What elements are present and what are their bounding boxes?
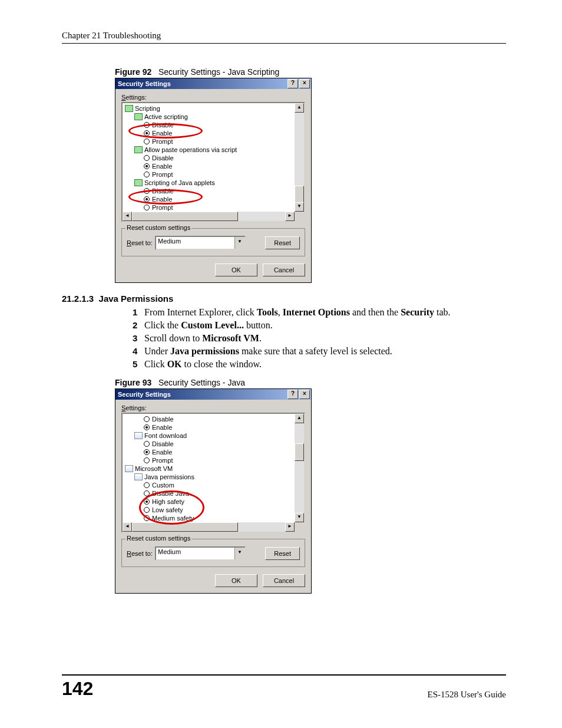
chevron-down-icon[interactable]: ▼ [234, 237, 244, 249]
radio-option[interactable]: Disable Java [125, 489, 194, 498]
step-number: 5 [133, 359, 144, 369]
scroll-right-icon[interactable]: ► [285, 212, 295, 221]
scroll-right-icon[interactable]: ► [285, 522, 295, 532]
tree-group: Font download [125, 431, 194, 440]
chevron-down-icon[interactable]: ▼ [234, 548, 244, 559]
tree-group: Java permissions [125, 473, 194, 481]
groupbox-title: Reset custom settings [125, 535, 191, 542]
radio-option[interactable]: Prompt [125, 170, 237, 179]
radio-icon[interactable] [144, 196, 150, 202]
radio-option[interactable]: Custom [125, 481, 194, 489]
radio-option[interactable]: Prompt [125, 203, 237, 212]
figure-92-title: Security Settings - Java Scripting [158, 67, 279, 77]
scripting-icon [134, 113, 143, 120]
radio-icon[interactable] [144, 507, 150, 513]
settings-tree[interactable]: DisableEnableFont downloadDisableEnableP… [121, 413, 305, 533]
cancel-button[interactable]: Cancel [263, 574, 305, 587]
option-label: Disable [152, 154, 174, 162]
option-label: Custom [152, 481, 174, 489]
step-text: Scroll down to Microsoft VM. [144, 333, 262, 344]
radio-option[interactable]: Medium safety [125, 514, 194, 522]
radio-option[interactable]: Enable [125, 129, 237, 137]
hscroll-thumb[interactable] [132, 522, 238, 532]
radio-option[interactable]: Disable [125, 440, 194, 448]
radio-icon[interactable] [144, 515, 150, 521]
ok-button[interactable]: OK [215, 574, 257, 587]
radio-option[interactable]: Prompt [125, 137, 237, 146]
scroll-thumb[interactable] [295, 186, 304, 203]
scripting-icon [134, 146, 143, 153]
radio-icon[interactable] [144, 188, 150, 194]
guide-name: ES-1528 User's Guide [427, 690, 506, 700]
settings-tree[interactable]: ScriptingActive scriptingDisableEnablePr… [121, 102, 305, 222]
scroll-up-icon[interactable]: ▲ [295, 103, 304, 113]
option-label: Scripting of Java applets [144, 179, 215, 187]
radio-option[interactable]: Low safety [125, 506, 194, 514]
radio-icon[interactable] [144, 490, 150, 496]
radio-icon[interactable] [144, 139, 150, 144]
radio-icon[interactable] [144, 205, 150, 210]
radio-icon[interactable] [144, 457, 150, 463]
close-icon[interactable]: × [299, 79, 310, 88]
radio-option[interactable]: Prompt [125, 456, 194, 465]
radio-option[interactable]: Disable [125, 121, 237, 129]
scroll-left-icon[interactable]: ◄ [123, 212, 132, 221]
reset-to-label: Reset to: [127, 550, 153, 557]
option-label: Scripting [135, 104, 160, 113]
radio-icon[interactable] [144, 130, 150, 136]
option-label: Enable [152, 423, 172, 431]
radio-icon[interactable] [144, 122, 150, 128]
hscroll-thumb[interactable] [132, 212, 238, 221]
vertical-scrollbar[interactable]: ▲ ▼ [295, 103, 304, 212]
radio-icon[interactable] [144, 155, 150, 161]
scroll-up-icon[interactable]: ▲ [295, 414, 304, 423]
step-number: 2 [133, 320, 144, 330]
combo-value: Medium [156, 237, 234, 249]
reset-button[interactable]: Reset [265, 547, 300, 560]
radio-icon[interactable] [144, 499, 150, 505]
horizontal-scrollbar[interactable]: ◄ ► [123, 212, 304, 221]
radio-icon[interactable] [144, 163, 150, 169]
radio-option[interactable]: Disable [125, 415, 194, 423]
option-label: Enable [152, 129, 172, 137]
radio-option[interactable]: Enable [125, 448, 194, 456]
radio-option[interactable]: Enable [125, 195, 237, 203]
titlebar: Security Settings ? × [115, 389, 311, 400]
page-footer: 142 ES-1528 User's Guide [62, 674, 506, 700]
help-icon[interactable]: ? [287, 390, 298, 399]
radio-icon[interactable] [144, 482, 150, 488]
scroll-left-icon[interactable]: ◄ [123, 522, 132, 532]
reset-button[interactable]: Reset [265, 236, 300, 249]
option-label: High safety [152, 498, 184, 506]
radio-icon[interactable] [144, 449, 150, 455]
settings-label: Settings: [121, 94, 305, 101]
close-icon[interactable]: × [299, 390, 310, 399]
radio-icon[interactable] [144, 441, 150, 447]
cancel-button[interactable]: Cancel [263, 263, 305, 276]
radio-option[interactable]: Enable [125, 162, 237, 170]
scroll-thumb[interactable] [295, 443, 304, 461]
step-text: Click OK to close the window. [144, 359, 262, 370]
reset-level-combo[interactable]: Medium ▼ [155, 546, 246, 561]
scroll-down-icon[interactable]: ▼ [295, 202, 304, 212]
tree-group: Microsoft VM [125, 465, 194, 473]
radio-icon[interactable] [144, 424, 150, 430]
scroll-down-icon[interactable]: ▼ [295, 513, 304, 522]
option-label: Active scripting [144, 113, 188, 121]
help-icon[interactable]: ? [287, 79, 298, 88]
radio-option[interactable]: Enable [125, 423, 194, 431]
horizontal-scrollbar[interactable]: ◄ ► [123, 522, 304, 532]
scripting-icon [134, 179, 143, 186]
category-icon [134, 432, 143, 439]
dialog-title: Security Settings [118, 391, 171, 398]
reset-level-combo[interactable]: Medium ▼ [155, 236, 246, 250]
radio-icon[interactable] [144, 172, 150, 177]
radio-option[interactable]: High safety [125, 498, 194, 506]
option-label: Disable [152, 415, 174, 423]
radio-option[interactable]: Disable [125, 154, 237, 162]
radio-option[interactable]: Disable [125, 187, 237, 195]
option-label: Java permissions [144, 473, 194, 481]
vertical-scrollbar[interactable]: ▲ ▼ [295, 414, 304, 522]
ok-button[interactable]: OK [215, 263, 257, 276]
radio-icon[interactable] [144, 416, 150, 422]
